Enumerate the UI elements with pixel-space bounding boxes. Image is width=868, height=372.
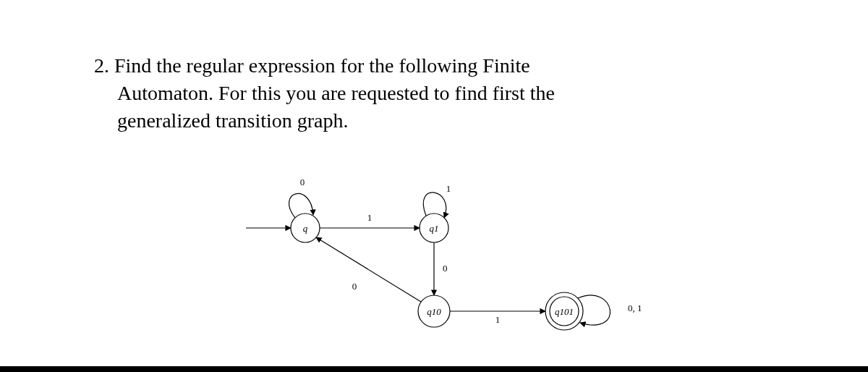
state-q10-label: q10 bbox=[427, 306, 441, 317]
edge-q-q1-label: 1 bbox=[367, 212, 373, 223]
bottom-border bbox=[0, 366, 868, 372]
edge-q10-q101-label: 1 bbox=[495, 314, 501, 325]
page-root: 2. Find the regular expression for the f… bbox=[0, 0, 868, 372]
edge-q1-q10-label: 0 bbox=[443, 263, 448, 274]
state-q101-label: q101 bbox=[555, 306, 574, 317]
state-q1-label: q1 bbox=[430, 223, 439, 234]
problem-number: 2. bbox=[94, 54, 109, 77]
edge-q-self-label: 0 bbox=[300, 177, 305, 187]
problem-line-2: Automaton. For this you are requested to… bbox=[94, 80, 687, 107]
automaton-diagram: q 0 q1 1 1 q10 0 0 q101 bbox=[224, 166, 687, 355]
state-q-label: q bbox=[303, 223, 308, 234]
edge-q10-q-label: 0 bbox=[352, 281, 357, 292]
edge-q10-q bbox=[316, 237, 421, 302]
edge-q101-self-label: 0, 1 bbox=[628, 303, 642, 313]
edge-q1-self-label: 1 bbox=[446, 183, 451, 194]
automaton-svg: q 0 q1 1 1 q10 0 0 q101 bbox=[224, 166, 687, 355]
problem-line-1: Find the regular expression for the foll… bbox=[114, 54, 530, 77]
problem-statement: 2. Find the regular expression for the f… bbox=[94, 52, 687, 134]
problem-line-3: generalized transition graph. bbox=[94, 107, 687, 135]
